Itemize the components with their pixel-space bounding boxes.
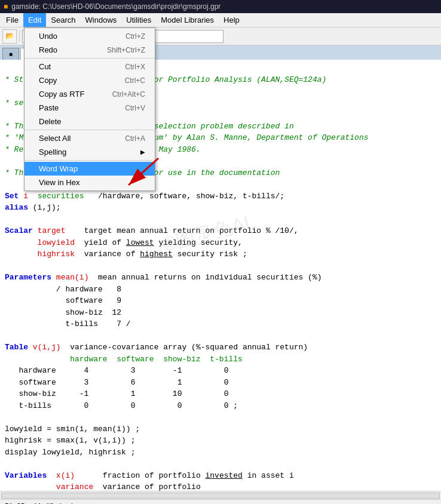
horizontal-scrollbar[interactable] bbox=[0, 491, 441, 499]
menu-copy[interactable]: Copy Ctrl+C bbox=[24, 73, 155, 87]
toolbar-sep1 bbox=[19, 30, 20, 42]
edit-menu: Undo Ctrl+Z Redo Shift+Ctrl+Z Cut Ctrl+X… bbox=[24, 27, 155, 191]
menu-word-wrap[interactable]: Word Wrap bbox=[24, 162, 155, 176]
title-text: gamside: C:\Users\HD-06\Documents\gamsdi… bbox=[11, 2, 220, 11]
menu-model-libraries[interactable]: Model Libraries bbox=[156, 13, 219, 27]
menu-undo[interactable]: Undo Ctrl+Z bbox=[24, 29, 155, 43]
sep3 bbox=[24, 160, 155, 161]
status-bar: 51: 25 Modified Insert bbox=[0, 499, 441, 504]
menu-delete[interactable]: Delete bbox=[24, 115, 155, 128]
menu-cut[interactable]: Cut Ctrl+X bbox=[24, 60, 155, 73]
menu-edit[interactable]: Edit bbox=[23, 13, 46, 27]
menu-redo[interactable]: Redo Shift+Ctrl+Z bbox=[24, 43, 155, 57]
menu-select-all[interactable]: Select All Ctrl+A bbox=[24, 131, 155, 145]
scroll-track[interactable] bbox=[1, 493, 440, 499]
menu-help[interactable]: Help bbox=[219, 13, 244, 27]
sep2 bbox=[24, 130, 155, 130]
menu-paste[interactable]: Paste Ctrl+V bbox=[24, 101, 155, 115]
menu-utilities[interactable]: Utilities bbox=[121, 13, 156, 27]
title-bar: ■ gamside: C:\Users\HD-06\Documents\gams… bbox=[0, 0, 441, 13]
menu-view-hex[interactable]: View in Hex bbox=[24, 176, 155, 189]
menu-windows[interactable]: Windows bbox=[81, 13, 122, 27]
insert-mode: Insert bbox=[71, 502, 89, 505]
modified-status: Modified bbox=[34, 502, 61, 505]
menu-search[interactable]: Search bbox=[46, 13, 80, 27]
app-icon: ■ bbox=[4, 2, 8, 11]
menu-bar: File Edit Search Windows Utilities Model… bbox=[0, 13, 441, 27]
side-tab[interactable]: ■ bbox=[2, 48, 19, 60]
menu-spelling[interactable]: Spelling ▶ bbox=[24, 145, 155, 159]
sep1 bbox=[24, 58, 155, 59]
cursor-position: 51: 25 bbox=[5, 502, 24, 505]
menu-copy-rtf[interactable]: Copy as RTF Ctrl+Alt+C bbox=[24, 87, 155, 101]
side-tab-icon: ■ bbox=[9, 51, 13, 57]
toolbar-open[interactable]: 📂 bbox=[2, 29, 17, 44]
menu-file[interactable]: File bbox=[1, 13, 23, 27]
